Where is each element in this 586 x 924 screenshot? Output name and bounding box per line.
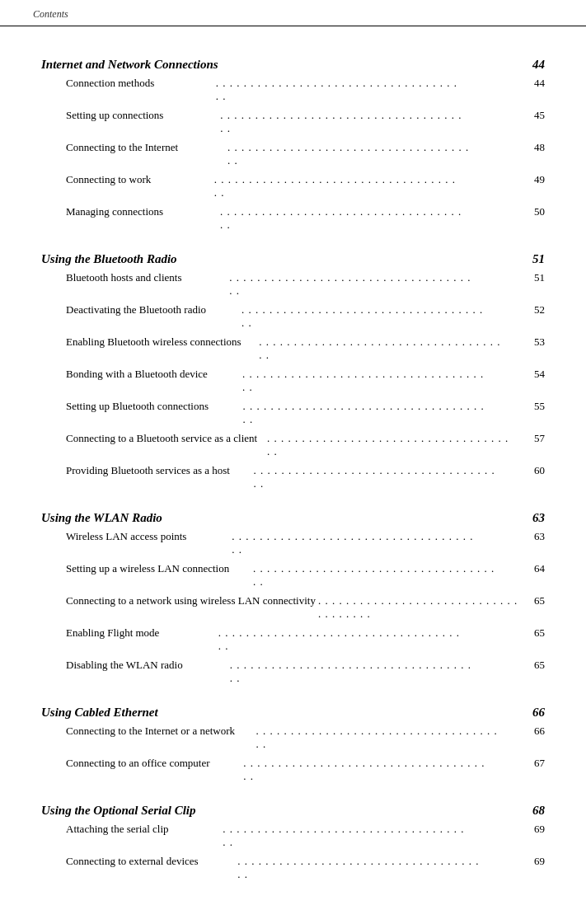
toc-item-page: 69 [524, 823, 545, 836]
toc-item-text: Connecting to the Internet [66, 141, 178, 154]
section-heading-wlan-radio: Using the WLAN Radio63 [41, 511, 545, 525]
toc-dots: . . . . . . . . . . . . . . . . . . . . … [242, 368, 490, 395]
toc-item: Enabling Bluetooth wireless connections … [41, 334, 545, 366]
toc-item: Connecting to external devices . . . . .… [41, 853, 545, 885]
toc-item: Providing Bluetooth services as a host .… [41, 462, 545, 495]
toc-item: Connecting to a network using wireless L… [41, 593, 545, 625]
section-bluetooth-radio: Using the Bluetooth Radio51Bluetooth hos… [41, 252, 545, 495]
toc-item-text: Connection methods [66, 77, 154, 90]
toc-item-page: 54 [524, 368, 545, 381]
toc-item: Bonding with a Bluetooth device . . . . … [41, 366, 545, 398]
section-cabled-ethernet: Using Cabled Ethernet66Connecting to the… [41, 706, 545, 787]
section-internet-network: Internet and Network Connections44Connec… [41, 58, 545, 236]
section-title-wlan-radio: Using the WLAN Radio [41, 511, 162, 525]
toc-dots: . . . . . . . . . . . . . . . . . . . . … [216, 77, 463, 104]
toc-dots: . . . . . . . . . . . . . . . . . . . . … [220, 205, 467, 232]
toc-item: Bluetooth hosts and clients . . . . . . … [41, 270, 545, 302]
section-page-optional-serial-clip: 68 [532, 804, 545, 818]
toc-item: Enabling Flight mode . . . . . . . . . .… [41, 625, 545, 657]
toc-item-page: 63 [524, 530, 545, 543]
toc-dots: . . . . . . . . . . . . . . . . . . . . … [237, 855, 485, 882]
toc-dots: . . . . . . . . . . . . . . . . . . . . … [220, 109, 467, 136]
toc-item: Connecting to an office computer . . . .… [41, 755, 545, 787]
toc-item: Attaching the serial clip . . . . . . . … [41, 821, 545, 853]
toc-item: Setting up a wireless LAN connection . .… [41, 560, 545, 593]
toc-dots: . . . . . . . . . . . . . . . . . . . . … [242, 400, 490, 427]
toc-item-text: Providing Bluetooth services as a host [66, 464, 230, 477]
section-optional-serial-clip: Using the Optional Serial Clip68Attachin… [41, 804, 545, 885]
toc-item-text: Setting up a wireless LAN connection [66, 562, 229, 575]
toc-item-page: 53 [524, 335, 545, 349]
toc-item-text: Bluetooth hosts and clients [66, 271, 181, 284]
toc-dots: . . . . . . . . . . . . . . . . . . . . … [232, 530, 479, 557]
section-page-cabled-ethernet: 66 [532, 706, 545, 720]
toc-item-page: 66 [524, 725, 545, 738]
toc-item-page: 49 [524, 173, 545, 186]
toc-item-page: 48 [524, 141, 545, 154]
toc-item-page: 65 [524, 626, 545, 640]
toc-item-page: 51 [524, 271, 545, 284]
section-heading-internet-network: Internet and Network Connections44 [41, 58, 545, 72]
toc-dots: . . . . . . . . . . . . . . . . . . . . … [253, 562, 500, 589]
toc-item-page: 57 [524, 432, 545, 445]
toc-item-text: Bonding with a Bluetooth device [66, 368, 208, 381]
toc-dots: . . . . . . . . . . . . . . . . . . . . … [253, 464, 500, 491]
main-content: Internet and Network Connections44Connec… [0, 26, 586, 924]
toc-dots: . . . . . . . . . . . . . . . . . . . . … [230, 659, 477, 686]
toc-item-text: Wireless LAN access points [66, 530, 186, 543]
toc-item: Connecting to the Internet . . . . . . .… [41, 139, 545, 171]
toc-item: Connecting to a Bluetooth service as a c… [41, 430, 545, 462]
toc-item: Wireless LAN access points . . . . . . .… [41, 528, 545, 560]
toc-item-text: Setting up connections [66, 109, 163, 122]
section-heading-cabled-ethernet: Using Cabled Ethernet66 [41, 706, 545, 720]
toc-item-text: Connecting to an office computer [66, 757, 209, 770]
header-label: Contents [33, 8, 68, 20]
section-heading-optional-serial-clip: Using the Optional Serial Clip68 [41, 804, 545, 818]
section-title-cabled-ethernet: Using Cabled Ethernet [41, 706, 158, 720]
section-heading-bluetooth-radio: Using the Bluetooth Radio51 [41, 252, 545, 266]
toc-dots: . . . . . . . . . . . . . . . . . . . . … [227, 141, 475, 168]
toc-dots: . . . . . . . . . . . . . . . . . . . . … [229, 271, 476, 298]
toc-item-text: Connecting to a Bluetooth service as a c… [66, 432, 257, 445]
toc-dots: . . . . . . . . . . . . . . . . . . . . … [267, 432, 514, 459]
toc-item-text: Enabling Flight mode [66, 626, 159, 640]
toc-item: Setting up connections . . . . . . . . .… [41, 107, 545, 139]
section-wlan-radio: Using the WLAN Radio63Wireless LAN acces… [41, 511, 545, 689]
section-page-internet-network: 44 [532, 58, 545, 72]
toc-dots: . . . . . . . . . . . . . . . . . . . . … [214, 173, 462, 200]
toc-item-text: Disabling the WLAN radio [66, 659, 183, 672]
toc-item-text: Deactivating the Bluetooth radio [66, 303, 206, 317]
toc-item: Connecting to the Internet or a network … [41, 723, 545, 755]
toc-item: Managing connections . . . . . . . . . .… [41, 204, 545, 236]
toc-item-page: 55 [524, 400, 545, 413]
toc-item-page: 45 [524, 109, 545, 122]
toc-item-page: 52 [524, 303, 545, 317]
toc-item-text: Connecting to external devices [66, 855, 199, 868]
toc-item-text: Attaching the serial clip [66, 823, 169, 836]
toc-item-page: 65 [524, 594, 545, 607]
toc-item-page: 64 [524, 562, 545, 575]
toc-item-text: Connecting to work [66, 173, 151, 186]
section-page-wlan-radio: 63 [532, 511, 545, 525]
toc-item-page: 50 [524, 205, 545, 218]
toc-dots: . . . . . . . . . . . . . . . . . . . . … [218, 626, 466, 654]
toc-item: Connection methods . . . . . . . . . . .… [41, 75, 545, 107]
toc-item: Deactivating the Bluetooth radio . . . .… [41, 302, 545, 334]
toc-dots: . . . . . . . . . . . . . . . . . . . . … [241, 303, 489, 331]
toc-dots: . . . . . . . . . . . . . . . . . . . . … [259, 335, 506, 363]
section-title-bluetooth-radio: Using the Bluetooth Radio [41, 252, 177, 266]
toc-item-text: Managing connections [66, 205, 163, 218]
toc-item-page: 44 [524, 77, 545, 90]
section-title-optional-serial-clip: Using the Optional Serial Clip [41, 804, 196, 818]
toc-item-page: 69 [524, 855, 545, 868]
toc-item-text: Setting up Bluetooth connections [66, 400, 209, 413]
toc-item-page: 67 [524, 757, 545, 770]
section-page-bluetooth-radio: 51 [532, 252, 545, 266]
toc-dots: . . . . . . . . . . . . . . . . . . . . … [223, 823, 470, 850]
section-title-internet-network: Internet and Network Connections [41, 58, 218, 72]
toc-dots: . . . . . . . . . . . . . . . . . . . . … [318, 594, 522, 621]
toc-item-page: 65 [524, 659, 545, 672]
toc-dots: . . . . . . . . . . . . . . . . . . . . … [256, 725, 504, 752]
toc-item: Setting up Bluetooth connections . . . .… [41, 398, 545, 430]
toc-item-text: Connecting to the Internet or a network [66, 725, 235, 738]
